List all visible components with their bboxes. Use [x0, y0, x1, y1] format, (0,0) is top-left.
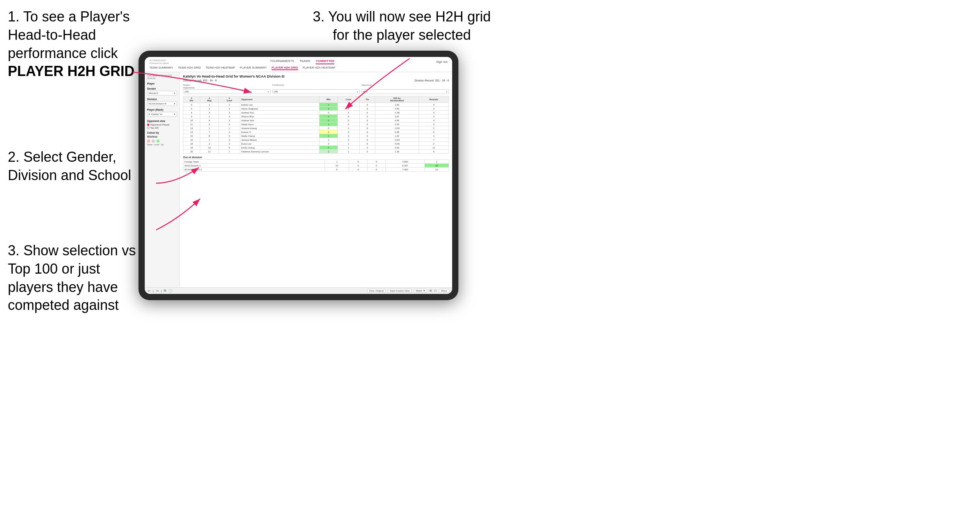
- records-row: Overall Record: 353 - 34 - 6 Division Re…: [183, 79, 449, 82]
- last-updated: Last Updated: 27/03/2024 16:55:38: [147, 74, 177, 80]
- logo: SCOREBOARD Powered by clippd: [149, 59, 169, 64]
- radio-opponents-played[interactable]: Opponents Played: [147, 124, 177, 126]
- separator1: |: [153, 290, 154, 292]
- radio-group: Opponents Played Top 100: [147, 124, 177, 129]
- table-row: 13 1 1 Jessica Huang 0 1 0 -3.00 2: [183, 126, 449, 130]
- col-opponent: Opponent: [240, 96, 319, 103]
- colour-by-section: Colour by Win/loss Down Level Up: [147, 131, 177, 146]
- opponent-select[interactable]: (All): [361, 89, 449, 94]
- nav-link-committee[interactable]: COMMITTEE: [316, 59, 334, 64]
- sign-out[interactable]: Sign out: [436, 60, 447, 64]
- division-section: Division NCAA Division III: [147, 98, 177, 106]
- dot-up: [156, 140, 160, 143]
- table-row: 14 7 4 Eunice Yi 2 2 0 0.38 9: [183, 130, 449, 134]
- table-row: 15 8 5 Stella Cheng 1 0 0 1.25 4: [183, 134, 449, 138]
- opponent-view-section: Opponent view Opponents Played Top 100: [147, 120, 177, 129]
- player-rank-select[interactable]: 8. Katelyn Vo: [147, 112, 177, 117]
- main-content: Last Updated: 27/03/2024 16:55:38 Player…: [145, 72, 452, 287]
- sub-nav-player-summary[interactable]: PLAYER SUMMARY: [240, 66, 267, 70]
- share-btn[interactable]: Share: [439, 289, 449, 293]
- radio-circle-selected: [147, 124, 149, 126]
- col-div: #Div: [183, 96, 200, 103]
- table-row: 20 11 7 Federica Domecq Lacroze 2 1 0 1.…: [183, 150, 449, 154]
- radio-circle-unselected: [147, 127, 149, 129]
- col-tie: Tie: [359, 96, 375, 103]
- instruction-step3-right: 3. You will now see H2H grid for the pla…: [304, 8, 499, 44]
- nav-link-teams[interactable]: TEAMS: [300, 59, 311, 64]
- undo-icon[interactable]: ↩: [148, 289, 151, 293]
- out-table-row: NAIA Division 1 15 0 0 9.267 30: [183, 164, 449, 168]
- radio-top100[interactable]: Top 100: [147, 127, 177, 129]
- col-conf: #Conf: [219, 96, 240, 103]
- clock-icon[interactable]: 🕐: [169, 289, 172, 293]
- player-rank-section: Player (Rank) 8. Katelyn Vo: [147, 108, 177, 117]
- tablet-screen: SCOREBOARD Powered by clippd TOURNAMENTS…: [145, 57, 452, 294]
- table-row: 9 1 4 Sharon Mun 1 0 0 3.67 3: [183, 115, 449, 118]
- col-win: Win: [320, 96, 338, 103]
- colour-legend-labels: Down Level Up: [147, 143, 177, 146]
- table-row: 5 2 2 Alexis Sudjianto 1 0 0 4.00 3: [183, 107, 449, 111]
- h2h-table: #Div #Reg #Conf Opponent Win Loss Tie Di…: [183, 96, 449, 154]
- out-of-division-table: Foreign Team 1 0 0 4.500 2 NAIA Division…: [183, 159, 449, 172]
- table-row: 18 2 2 Euna Lee 0 1 0 -5.00 2: [183, 142, 449, 146]
- col-rounds: Rounds: [419, 96, 449, 103]
- out-table-row: Foreign Team 1 0 0 4.500 2: [183, 160, 449, 164]
- sub-nav-team-summary[interactable]: TEAM SUMMARY: [149, 66, 173, 70]
- col-diff: Diff AvStrokes/Rnd: [375, 96, 419, 103]
- table-row: 6 3 3 Sydney Kuo 0 1 0 -1.00 3: [183, 111, 449, 115]
- region-select[interactable]: (All): [183, 89, 271, 94]
- division-select[interactable]: NCAA Division III: [147, 101, 177, 106]
- sub-nav-team-h2h-heatmap[interactable]: TEAM H2H HEATMAP: [206, 66, 235, 70]
- sub-nav: TEAM SUMMARY TEAM H2H GRID TEAM H2H HEAT…: [149, 66, 447, 72]
- h2h-title: Katelyn Vo Head-to-Head Grid for Women's…: [183, 74, 449, 78]
- tablet-frame: SCOREBOARD Powered by clippd TOURNAMENTS…: [138, 51, 458, 300]
- nav-links: TOURNAMENTS TEAMS COMMITTEE: [270, 59, 334, 64]
- table-row: 10 6 3 Andrea York 2 0 0 4.00 4: [183, 118, 449, 122]
- conference-select[interactable]: (All): [272, 89, 360, 94]
- sub-nav-player-h2h-grid[interactable]: PLAYER H2H GRID: [272, 66, 298, 70]
- table-row: 11 2 5 Heejo Hyun 1 0 0 3.33 3: [183, 122, 449, 126]
- table-row: 3 1 1 Esther Lee 1 0 0 1.50 4: [183, 103, 449, 107]
- out-of-division-header: Out of division: [183, 156, 449, 159]
- copy-icon[interactable]: ⧉: [164, 289, 166, 293]
- col-reg: #Reg: [200, 96, 218, 103]
- dot-level: [152, 140, 155, 143]
- table-row: 16 1 3 Jessica Mason 1 2 0 -0.94 7: [183, 138, 449, 142]
- nav-bar: SCOREBOARD Powered by clippd TOURNAMENTS…: [145, 57, 452, 72]
- conference-filter: Conference (All): [272, 84, 360, 94]
- watch-btn[interactable]: Watch ▼: [414, 289, 427, 293]
- view-original-btn[interactable]: View: Original: [367, 289, 385, 293]
- opponent-filter: Opponent (All): [361, 84, 449, 94]
- filter-row: Region Opponents: (All) Conference (All): [183, 84, 449, 94]
- bottom-toolbar: ↩ | ↪ | ⧉ 🕐 View: Original Save Custom V…: [145, 287, 452, 294]
- sidebar: Last Updated: 27/03/2024 16:55:38 Player…: [145, 72, 180, 287]
- instruction-step2: 2. Select Gender, Division and School: [8, 148, 144, 185]
- content-area: Katelyn Vo Head-to-Head Grid for Women's…: [180, 72, 452, 287]
- separator2: |: [161, 290, 162, 292]
- region-filter: Region Opponents: (All): [183, 84, 271, 94]
- dot-down: [147, 140, 150, 143]
- sub-nav-team-h2h-grid[interactable]: TEAM H2H GRID: [178, 66, 201, 70]
- nav-link-tournaments[interactable]: TOURNAMENTS: [270, 59, 294, 64]
- redo-icon[interactable]: ↪: [156, 289, 159, 293]
- player-section: Player: [147, 82, 177, 85]
- colour-by-select[interactable]: Win/loss: [147, 135, 177, 138]
- col-loss: Loss: [338, 96, 359, 103]
- gender-section: Gender Women's: [147, 87, 177, 95]
- table-row: 19 10 6 Emily Chang 4 1 0 0.30 11: [183, 146, 449, 150]
- instruction-step3-left: 3. Show selection vs Top 100 or just pla…: [8, 242, 148, 315]
- save-custom-view-btn[interactable]: Save Custom View: [388, 289, 412, 293]
- sub-nav-player-h2h-heatmap[interactable]: PLAYER H2H HEATMAP: [303, 66, 336, 70]
- out-table-row: NCAA Division 2 5 0 0 7.400 10: [183, 168, 449, 172]
- gender-select[interactable]: Women's: [147, 91, 177, 95]
- toolbar-icon-group: ⊞ ⬡: [430, 289, 437, 292]
